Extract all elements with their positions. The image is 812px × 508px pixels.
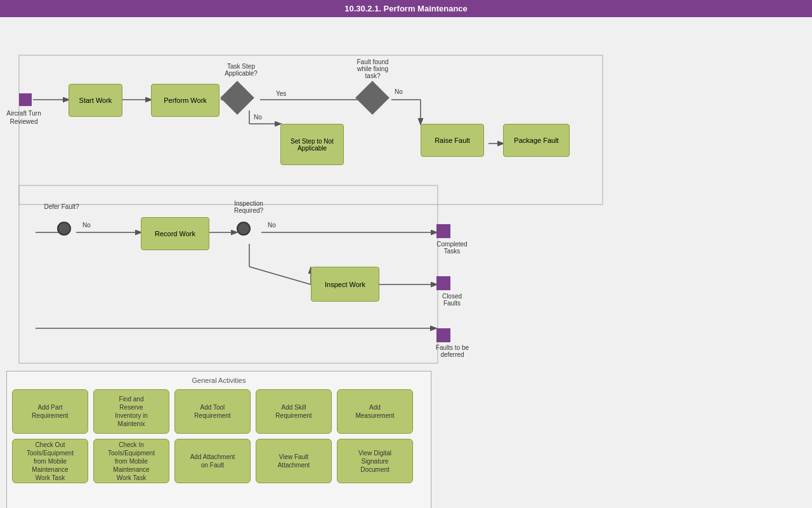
inspection-req-label: InspectionRequired? bbox=[223, 200, 274, 214]
start-work-node[interactable]: Start Work bbox=[69, 84, 122, 117]
completed-tasks-label: CompletedTasks bbox=[431, 241, 473, 255]
activity-view-fault-attach[interactable]: View FaultAttachment bbox=[256, 439, 332, 483]
activity-add-part[interactable]: Add PartRequirement bbox=[12, 389, 88, 434]
raise-fault-node[interactable]: Raise Fault bbox=[421, 124, 484, 157]
diamond-task-step bbox=[220, 81, 254, 115]
activity-add-measurement[interactable]: AddMeasurement bbox=[337, 389, 413, 434]
record-work-label: Record Work bbox=[155, 230, 195, 237]
activities-box: General Activities Add PartRequirement F… bbox=[6, 371, 431, 508]
activity-add-tool[interactable]: Add ToolRequirement bbox=[174, 389, 251, 434]
no-label-circle1: No bbox=[82, 222, 91, 229]
page-title: 10.30.2.1. Perform Maintenance bbox=[344, 4, 468, 13]
package-fault-node[interactable]: Package Fault bbox=[503, 124, 570, 157]
svg-line-15 bbox=[249, 267, 311, 284]
start-work-label: Start Work bbox=[79, 97, 112, 104]
defer-fault-label: Defer Fault? bbox=[39, 203, 84, 210]
activity-add-skill[interactable]: Add SkillRequirement bbox=[256, 389, 332, 434]
start-event bbox=[19, 93, 32, 106]
faults-deferred-node bbox=[436, 328, 450, 342]
perform-work-label: Perform Work bbox=[164, 97, 207, 104]
activity-checkin-tools[interactable]: Check InTools/Equipmentfrom MobileMainte… bbox=[93, 439, 169, 483]
faults-deferred-label: Faults to bedeferred bbox=[427, 344, 478, 358]
activity-find-reserve[interactable]: Find andReserveInventory inMaintenix bbox=[93, 389, 169, 434]
inspect-work-label: Inspect Work bbox=[325, 281, 365, 288]
no-label-2: No bbox=[395, 88, 403, 95]
fault-found-label: Fault foundwhile fixingtask? bbox=[346, 58, 400, 79]
closed-faults-label: ClosedFaults bbox=[431, 293, 473, 307]
activities-grid: Add PartRequirement Find andReserveInven… bbox=[12, 389, 426, 483]
no-label-circle2: No bbox=[268, 222, 276, 229]
diamond-fault-found bbox=[355, 81, 390, 115]
title-bar: 10.30.2.1. Perform Maintenance bbox=[0, 0, 812, 17]
activities-title: General Activities bbox=[12, 377, 426, 384]
set-step-node[interactable]: Set Step to NotApplicable bbox=[280, 124, 344, 165]
yes-label-1: Yes bbox=[276, 90, 286, 97]
raise-fault-label: Raise Fault bbox=[435, 137, 470, 144]
inspect-work-node[interactable]: Inspect Work bbox=[311, 267, 379, 302]
perform-work-node[interactable]: Perform Work bbox=[151, 84, 219, 117]
package-fault-label: Package Fault bbox=[514, 137, 558, 144]
completed-tasks-node bbox=[436, 224, 450, 238]
closed-faults-node bbox=[436, 276, 450, 290]
activity-add-attachment[interactable]: Add Attachmenton Fault bbox=[174, 439, 251, 483]
start-event-label: Aircraft TurnReviewed bbox=[3, 109, 44, 126]
gateway-circle-1 bbox=[57, 222, 71, 236]
activity-view-digital-sig[interactable]: View DigitalSignatureDocument bbox=[337, 439, 413, 483]
no-label-1: No bbox=[254, 114, 262, 121]
activity-checkout-tools[interactable]: Check OutTools/Equipmentfrom MobileMaint… bbox=[12, 439, 88, 483]
set-step-label: Set Step to NotApplicable bbox=[291, 138, 334, 152]
record-work-node[interactable]: Record Work bbox=[141, 217, 209, 250]
task-step-label: Task StepApplicable? bbox=[216, 63, 266, 77]
main-canvas: Aircraft TurnReviewed Start Work Perform… bbox=[0, 17, 812, 506]
gateway-circle-2 bbox=[237, 222, 251, 236]
